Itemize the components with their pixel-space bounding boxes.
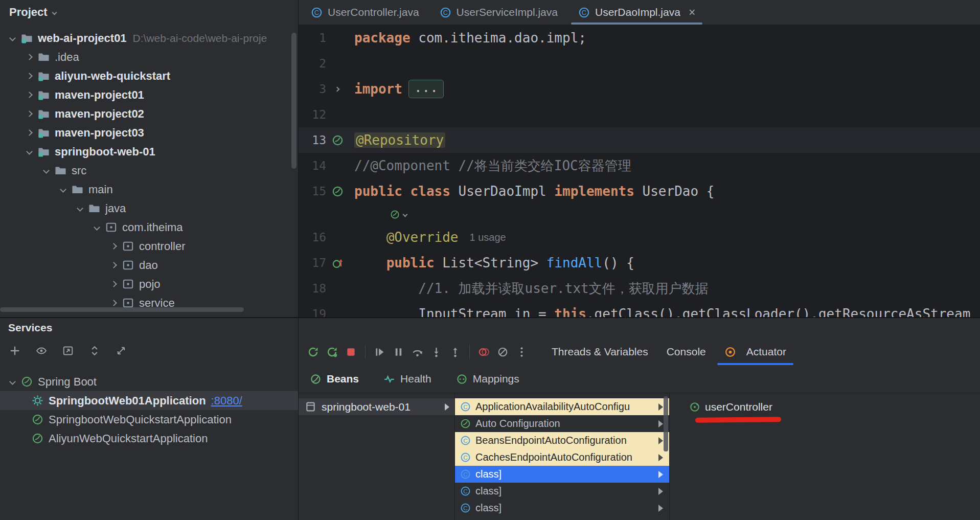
spring-bean-inlay-hint[interactable] xyxy=(390,210,413,219)
bean-list-item[interactable]: ApplicationAvailabilityAutoConfigu xyxy=(455,398,669,415)
project-horizontal-scrollbar[interactable] xyxy=(0,307,244,312)
tree-item-springboot-web-01[interactable]: springboot-web-01 xyxy=(0,142,298,161)
more-options-icon[interactable] xyxy=(512,344,531,360)
chevron-down-icon[interactable] xyxy=(26,148,33,155)
step-into-icon[interactable] xyxy=(427,344,446,360)
tab-threads-variables[interactable]: Threads & Variables xyxy=(542,338,657,365)
chevron-down-icon[interactable] xyxy=(77,205,83,212)
chevron-right-icon[interactable] xyxy=(110,243,117,250)
chevron-down-icon[interactable] xyxy=(9,35,16,41)
services-panel-title: Services xyxy=(0,318,298,337)
code-inlay-row xyxy=(299,204,980,224)
tree-item-maven-project02[interactable]: maven-project02 xyxy=(0,104,298,123)
bean-list-item[interactable]: CachesEndpointAutoConfiguration xyxy=(455,449,669,466)
chevron-down-icon xyxy=(403,212,408,217)
step-out-icon[interactable] xyxy=(446,344,465,360)
chevron-right-icon[interactable] xyxy=(26,129,33,136)
chevron-right-icon[interactable] xyxy=(26,92,33,98)
tree-item-pojo[interactable]: pojo xyxy=(0,275,298,293)
port-link[interactable]: :8080/ xyxy=(211,394,242,408)
bean-list-item[interactable]: BeansEndpointAutoConfiguration xyxy=(455,432,669,449)
chevron-right-icon[interactable] xyxy=(26,54,33,60)
tab-userdaoimpl[interactable]: UserDaoImpl.java × xyxy=(568,0,705,25)
chevron-down-icon[interactable] xyxy=(43,167,50,174)
tree-item-idea[interactable]: .idea xyxy=(0,48,298,66)
module-item-springboot-web-01[interactable]: springboot-web-01 xyxy=(299,398,454,415)
open-in-new-tab-icon[interactable] xyxy=(61,344,75,357)
code-editor[interactable]: 1 package com.itheima.dao.impl; 2 3 impo… xyxy=(299,25,980,317)
resize-diagonal-icon[interactable] xyxy=(115,344,128,357)
service-springbootwebquickstartapplication[interactable]: SpringbootWebQuickstartApplication xyxy=(0,410,298,429)
chevron-right-icon[interactable] xyxy=(26,73,33,79)
service-springbootweb01application[interactable]: SpringbootWeb01Application :8080/ xyxy=(0,391,298,410)
usage-hint[interactable]: 1 usage xyxy=(470,232,506,243)
tree-item-web-ai-project01[interactable]: web-ai-project01 D:\web-ai-code\web-ai-p… xyxy=(0,29,298,48)
expand-collapse-icon[interactable] xyxy=(88,344,101,357)
spring-bean-gutter-icon[interactable] xyxy=(332,186,344,197)
service-aliyunwebquickstartapplication[interactable]: AliyunWebQuickstartApplication xyxy=(0,429,298,448)
pause-icon[interactable] xyxy=(389,344,408,360)
beans-scrollbar[interactable] xyxy=(664,396,668,451)
code-line-12: 12 xyxy=(299,102,980,127)
tree-item-java[interactable]: java xyxy=(0,199,298,218)
spring-boot-app-gear-icon xyxy=(32,395,43,406)
project-panel-header[interactable]: Project xyxy=(0,0,298,25)
close-tab-icon[interactable]: × xyxy=(689,7,695,18)
tab-console[interactable]: Console xyxy=(657,338,715,365)
stop-icon[interactable] xyxy=(341,344,360,360)
tree-item-src[interactable]: src xyxy=(0,161,298,180)
folded-imports[interactable]: ... xyxy=(408,80,444,98)
module-folder-icon xyxy=(38,70,50,82)
bean-list-item-selected[interactable]: class] xyxy=(455,466,669,483)
chevron-down-icon[interactable] xyxy=(60,186,66,193)
chevron-right-icon[interactable] xyxy=(110,300,117,306)
overriding-method-gutter-icon[interactable] xyxy=(332,257,344,269)
tree-item-spring-boot[interactable]: Spring Boot xyxy=(0,372,298,391)
chevron-right-icon[interactable] xyxy=(110,281,117,287)
code-line-14: 14 //@Component //将当前类交给IOC容器管理 xyxy=(299,153,980,178)
expand-right-icon xyxy=(658,437,663,444)
tree-item-controller[interactable]: controller xyxy=(0,237,298,256)
tab-userserviceimpl[interactable]: UserServiceImpl.java xyxy=(429,0,568,25)
spring-bean-gutter-icon[interactable] xyxy=(332,134,344,146)
chevron-down-icon[interactable] xyxy=(52,10,57,15)
tree-item-aliyun-web-quickstart[interactable]: aliyun-web-quickstart xyxy=(0,66,298,85)
tree-item-main[interactable]: main xyxy=(0,180,298,199)
bean-usercontroller[interactable]: userController xyxy=(689,398,980,415)
spring-boot-icon xyxy=(21,376,33,388)
tab-beans[interactable]: Beans xyxy=(310,373,359,385)
tree-item-maven-project03[interactable]: maven-project03 xyxy=(0,123,298,142)
tree-item-maven-project01[interactable]: maven-project01 xyxy=(0,85,298,104)
tree-item-dao[interactable]: dao xyxy=(0,256,298,275)
show-services-eye-icon[interactable] xyxy=(35,344,48,357)
class-icon xyxy=(440,7,451,18)
bean-list-item[interactable]: Auto Configuration xyxy=(455,415,669,432)
chevron-right-icon[interactable] xyxy=(26,110,33,117)
view-breakpoints-icon[interactable] xyxy=(474,344,493,360)
bean-list-item-partial[interactable] xyxy=(455,516,669,520)
resume-icon[interactable] xyxy=(370,344,389,360)
chevron-down-icon[interactable] xyxy=(9,378,16,385)
bean-list-item[interactable]: class] xyxy=(455,500,669,516)
fold-chevron-icon[interactable] xyxy=(335,86,340,92)
step-over-icon[interactable] xyxy=(408,344,427,360)
tab-health[interactable]: Health xyxy=(383,373,431,385)
beans-content: springboot-web-01 ApplicationAvailabilit… xyxy=(299,393,980,520)
tree-item-com-itheima[interactable]: com.itheima xyxy=(0,218,298,237)
tab-actuator[interactable]: Actuator xyxy=(715,338,795,365)
package-icon xyxy=(122,240,134,252)
chevron-down-icon[interactable] xyxy=(94,224,100,231)
tab-mappings[interactable]: Mappings xyxy=(456,373,519,385)
services-region: Services Spring Boot SpringbootWeb01Appl… xyxy=(0,317,980,520)
package-icon xyxy=(122,259,134,271)
tab-usercontroller[interactable]: UserController.java xyxy=(301,0,429,25)
rerun-icon[interactable] xyxy=(304,344,323,360)
beans-list-column: ApplicationAvailabilityAutoConfigu Auto … xyxy=(455,393,670,520)
project-vertical-scrollbar[interactable] xyxy=(291,33,297,169)
rerun-application-icon[interactable] xyxy=(323,344,341,360)
folder-icon xyxy=(72,184,83,195)
bean-list-item[interactable]: class] xyxy=(455,483,669,500)
mute-breakpoints-icon[interactable] xyxy=(493,344,512,360)
add-service-icon[interactable] xyxy=(8,344,21,357)
chevron-right-icon[interactable] xyxy=(110,262,117,268)
